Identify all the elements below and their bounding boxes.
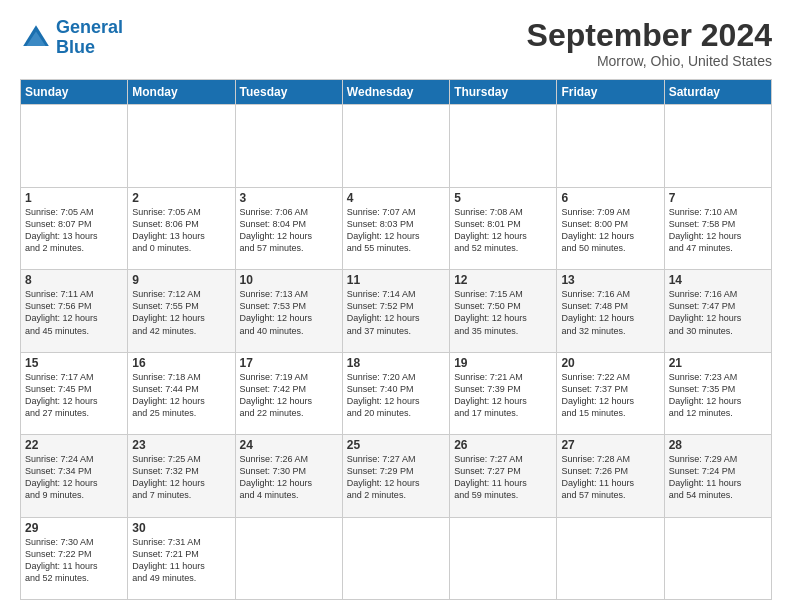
day-info: Sunrise: 7:16 AM Sunset: 7:48 PM Dayligh… [561, 288, 659, 337]
day-info: Sunrise: 7:28 AM Sunset: 7:26 PM Dayligh… [561, 453, 659, 502]
calendar-cell [664, 517, 771, 599]
month-title: September 2024 [527, 18, 772, 53]
calendar-cell [557, 105, 664, 187]
calendar-cell: 18Sunrise: 7:20 AM Sunset: 7:40 PM Dayli… [342, 352, 449, 434]
day-number: 25 [347, 438, 445, 452]
calendar-cell: 29Sunrise: 7:30 AM Sunset: 7:22 PM Dayli… [21, 517, 128, 599]
calendar-cell: 24Sunrise: 7:26 AM Sunset: 7:30 PM Dayli… [235, 435, 342, 517]
calendar-cell [557, 517, 664, 599]
calendar-week-0 [21, 105, 772, 187]
calendar-cell: 3Sunrise: 7:06 AM Sunset: 8:04 PM Daylig… [235, 187, 342, 269]
calendar-week-3: 15Sunrise: 7:17 AM Sunset: 7:45 PM Dayli… [21, 352, 772, 434]
calendar-cell: 8Sunrise: 7:11 AM Sunset: 7:56 PM Daylig… [21, 270, 128, 352]
day-number: 20 [561, 356, 659, 370]
day-info: Sunrise: 7:27 AM Sunset: 7:27 PM Dayligh… [454, 453, 552, 502]
day-info: Sunrise: 7:13 AM Sunset: 7:53 PM Dayligh… [240, 288, 338, 337]
day-info: Sunrise: 7:08 AM Sunset: 8:01 PM Dayligh… [454, 206, 552, 255]
page: General Blue September 2024 Morrow, Ohio… [0, 0, 792, 612]
header-row: Sunday Monday Tuesday Wednesday Thursday… [21, 80, 772, 105]
calendar-table: Sunday Monday Tuesday Wednesday Thursday… [20, 79, 772, 600]
day-info: Sunrise: 7:05 AM Sunset: 8:07 PM Dayligh… [25, 206, 123, 255]
calendar-cell: 14Sunrise: 7:16 AM Sunset: 7:47 PM Dayli… [664, 270, 771, 352]
calendar-cell: 11Sunrise: 7:14 AM Sunset: 7:52 PM Dayli… [342, 270, 449, 352]
day-number: 10 [240, 273, 338, 287]
day-number: 16 [132, 356, 230, 370]
day-number: 11 [347, 273, 445, 287]
day-info: Sunrise: 7:22 AM Sunset: 7:37 PM Dayligh… [561, 371, 659, 420]
calendar-cell: 17Sunrise: 7:19 AM Sunset: 7:42 PM Dayli… [235, 352, 342, 434]
day-number: 21 [669, 356, 767, 370]
calendar-cell: 27Sunrise: 7:28 AM Sunset: 7:26 PM Dayli… [557, 435, 664, 517]
day-number: 2 [132, 191, 230, 205]
day-info: Sunrise: 7:29 AM Sunset: 7:24 PM Dayligh… [669, 453, 767, 502]
col-saturday: Saturday [664, 80, 771, 105]
calendar-cell [450, 517, 557, 599]
calendar-cell: 7Sunrise: 7:10 AM Sunset: 7:58 PM Daylig… [664, 187, 771, 269]
col-monday: Monday [128, 80, 235, 105]
day-number: 12 [454, 273, 552, 287]
day-number: 22 [25, 438, 123, 452]
day-info: Sunrise: 7:05 AM Sunset: 8:06 PM Dayligh… [132, 206, 230, 255]
logo: General Blue [20, 18, 123, 58]
logo-blue: Blue [56, 37, 95, 57]
day-info: Sunrise: 7:17 AM Sunset: 7:45 PM Dayligh… [25, 371, 123, 420]
calendar-week-5: 29Sunrise: 7:30 AM Sunset: 7:22 PM Dayli… [21, 517, 772, 599]
day-info: Sunrise: 7:19 AM Sunset: 7:42 PM Dayligh… [240, 371, 338, 420]
calendar-cell: 13Sunrise: 7:16 AM Sunset: 7:48 PM Dayli… [557, 270, 664, 352]
day-info: Sunrise: 7:06 AM Sunset: 8:04 PM Dayligh… [240, 206, 338, 255]
calendar-cell: 26Sunrise: 7:27 AM Sunset: 7:27 PM Dayli… [450, 435, 557, 517]
day-number: 6 [561, 191, 659, 205]
day-info: Sunrise: 7:24 AM Sunset: 7:34 PM Dayligh… [25, 453, 123, 502]
day-number: 8 [25, 273, 123, 287]
day-number: 9 [132, 273, 230, 287]
day-number: 5 [454, 191, 552, 205]
logo-text: General Blue [56, 18, 123, 58]
logo-general: General [56, 17, 123, 37]
day-number: 23 [132, 438, 230, 452]
day-info: Sunrise: 7:30 AM Sunset: 7:22 PM Dayligh… [25, 536, 123, 585]
col-wednesday: Wednesday [342, 80, 449, 105]
calendar-cell [128, 105, 235, 187]
day-number: 27 [561, 438, 659, 452]
calendar-cell: 20Sunrise: 7:22 AM Sunset: 7:37 PM Dayli… [557, 352, 664, 434]
calendar-cell: 2Sunrise: 7:05 AM Sunset: 8:06 PM Daylig… [128, 187, 235, 269]
calendar-cell: 9Sunrise: 7:12 AM Sunset: 7:55 PM Daylig… [128, 270, 235, 352]
day-info: Sunrise: 7:23 AM Sunset: 7:35 PM Dayligh… [669, 371, 767, 420]
day-info: Sunrise: 7:10 AM Sunset: 7:58 PM Dayligh… [669, 206, 767, 255]
header: General Blue September 2024 Morrow, Ohio… [20, 18, 772, 69]
day-info: Sunrise: 7:09 AM Sunset: 8:00 PM Dayligh… [561, 206, 659, 255]
calendar-cell: 21Sunrise: 7:23 AM Sunset: 7:35 PM Dayli… [664, 352, 771, 434]
col-tuesday: Tuesday [235, 80, 342, 105]
logo-icon [20, 22, 52, 54]
day-number: 15 [25, 356, 123, 370]
calendar-cell: 16Sunrise: 7:18 AM Sunset: 7:44 PM Dayli… [128, 352, 235, 434]
calendar-week-4: 22Sunrise: 7:24 AM Sunset: 7:34 PM Dayli… [21, 435, 772, 517]
day-info: Sunrise: 7:16 AM Sunset: 7:47 PM Dayligh… [669, 288, 767, 337]
calendar-cell: 25Sunrise: 7:27 AM Sunset: 7:29 PM Dayli… [342, 435, 449, 517]
day-number: 19 [454, 356, 552, 370]
day-info: Sunrise: 7:31 AM Sunset: 7:21 PM Dayligh… [132, 536, 230, 585]
day-info: Sunrise: 7:12 AM Sunset: 7:55 PM Dayligh… [132, 288, 230, 337]
day-info: Sunrise: 7:20 AM Sunset: 7:40 PM Dayligh… [347, 371, 445, 420]
calendar-cell: 10Sunrise: 7:13 AM Sunset: 7:53 PM Dayli… [235, 270, 342, 352]
day-info: Sunrise: 7:26 AM Sunset: 7:30 PM Dayligh… [240, 453, 338, 502]
location: Morrow, Ohio, United States [527, 53, 772, 69]
calendar-cell [664, 105, 771, 187]
calendar-cell [21, 105, 128, 187]
calendar-week-1: 1Sunrise: 7:05 AM Sunset: 8:07 PM Daylig… [21, 187, 772, 269]
day-number: 28 [669, 438, 767, 452]
day-number: 24 [240, 438, 338, 452]
day-info: Sunrise: 7:18 AM Sunset: 7:44 PM Dayligh… [132, 371, 230, 420]
day-info: Sunrise: 7:14 AM Sunset: 7:52 PM Dayligh… [347, 288, 445, 337]
day-number: 18 [347, 356, 445, 370]
title-block: September 2024 Morrow, Ohio, United Stat… [527, 18, 772, 69]
calendar-cell: 22Sunrise: 7:24 AM Sunset: 7:34 PM Dayli… [21, 435, 128, 517]
day-number: 30 [132, 521, 230, 535]
day-number: 17 [240, 356, 338, 370]
day-number: 3 [240, 191, 338, 205]
day-info: Sunrise: 7:21 AM Sunset: 7:39 PM Dayligh… [454, 371, 552, 420]
day-info: Sunrise: 7:25 AM Sunset: 7:32 PM Dayligh… [132, 453, 230, 502]
day-info: Sunrise: 7:15 AM Sunset: 7:50 PM Dayligh… [454, 288, 552, 337]
calendar-cell: 30Sunrise: 7:31 AM Sunset: 7:21 PM Dayli… [128, 517, 235, 599]
calendar-cell [342, 105, 449, 187]
